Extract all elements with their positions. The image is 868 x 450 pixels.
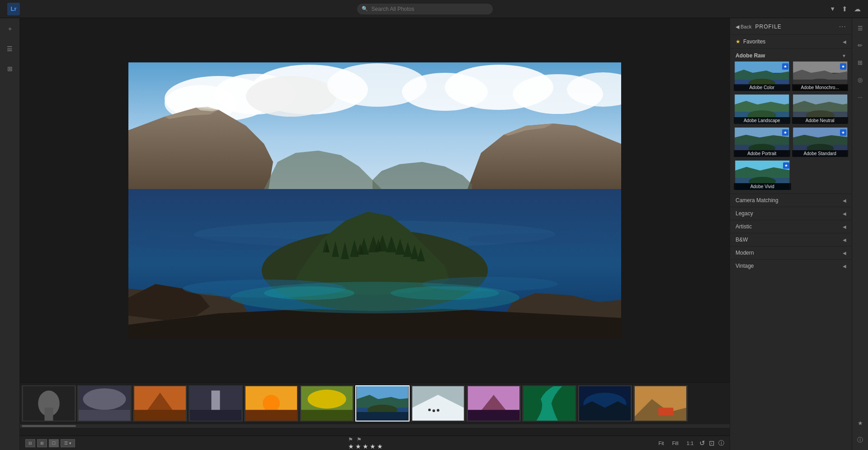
filmstrip-thumb-8[interactable]	[411, 385, 465, 422]
profile-single-row: ★ Adobe Vivid	[730, 161, 852, 194]
category-bw-arrow: ◀	[843, 237, 846, 242]
profile-card-adobe-neutral[interactable]: Adobe Neutral	[792, 95, 849, 124]
rt-dots-icon[interactable]: ···	[854, 90, 867, 103]
profile-card-adobe-vivid[interactable]: ★ Adobe Vivid	[734, 161, 791, 190]
image-area	[20, 18, 730, 382]
zoom-1to1[interactable]: 1:1	[684, 440, 696, 447]
filmstrip-thumb-5[interactable]	[244, 385, 298, 422]
category-artistic-arrow: ◀	[843, 224, 846, 229]
center-panel: ⊟ ⊞ ☐ ☰ ▾ ⚑ ⚑ ★ ★ ★ ★ ★ Fit Fill 1:1	[20, 18, 730, 450]
rt-info-icon[interactable]: ⓘ	[854, 434, 867, 446]
menu-icon[interactable]: ☰	[3, 42, 17, 56]
profile-grid-row2: Adobe Landscape Adobe Neutral	[730, 95, 852, 128]
zoom-fit[interactable]: Fit	[656, 440, 666, 447]
profile-grid-row1: ★ Adobe Color ★ Adobe Monochro...	[730, 62, 852, 95]
profile-card-adobe-portrait-star: ★	[782, 129, 788, 136]
back-button[interactable]: ◀ Back	[736, 24, 751, 30]
profile-card-adobe-standard-label: Adobe Standard	[792, 150, 849, 157]
flag-icon-2[interactable]: ⚑	[357, 436, 362, 443]
filmstrip-thumb-12[interactable]	[633, 385, 688, 422]
star-5[interactable]: ★	[377, 443, 383, 450]
star-2[interactable]: ★	[355, 443, 361, 450]
svg-point-61	[263, 395, 280, 412]
top-bar: Lr 🔍 ▼ ⬆ ☁	[0, 0, 868, 18]
svg-rect-65	[301, 410, 353, 421]
right-toolbar: ☰ ✏ ⊞ ◎ ··· ★ ⓘ	[852, 18, 868, 450]
category-modern[interactable]: Modern ◀	[730, 246, 852, 259]
main-area: ＋ ☰ ⊞	[0, 18, 868, 450]
svg-point-21	[467, 233, 603, 244]
filmstrip-thumb-2[interactable]	[77, 385, 132, 422]
profile-card-adobe-vivid-label: Adobe Vivid	[734, 183, 791, 190]
category-legacy[interactable]: Legacy ◀	[730, 207, 852, 220]
filmstrip-thumb-10[interactable]	[522, 385, 576, 422]
category-bw-label: B&W	[736, 237, 748, 243]
filter-icon[interactable]: ▼	[830, 5, 835, 12]
category-modern-arrow: ◀	[843, 251, 846, 256]
profile-card-adobe-neutral-label: Adobe Neutral	[792, 117, 849, 124]
adobe-raw-arrow[interactable]: ▼	[842, 53, 846, 58]
search-input[interactable]	[357, 4, 493, 14]
profile-card-adobe-monochrome[interactable]: ★ Adobe Monochro...	[792, 62, 849, 91]
rt-edit-icon[interactable]: ✏	[854, 39, 867, 52]
sort-btn[interactable]: ☰ ▾	[61, 439, 75, 447]
profile-card-adobe-portrait-label: Adobe Portrait	[734, 150, 790, 157]
category-vintage[interactable]: Vintage ◀	[730, 259, 852, 272]
rt-star-icon[interactable]: ★	[854, 417, 867, 429]
favorites-row: ★ Favorites ◀	[730, 35, 852, 49]
rotate-icon[interactable]: ↺	[699, 439, 705, 447]
favorites-star-icon: ★	[736, 38, 741, 45]
filmstrip-thumb-1[interactable]	[22, 385, 76, 422]
star-1[interactable]: ★	[348, 443, 354, 450]
svg-point-64	[307, 390, 346, 409]
zoom-fill[interactable]: Fill	[670, 440, 681, 447]
share-icon[interactable]: ⬆	[842, 5, 848, 13]
zoom-controls: Fit Fill 1:1 ↺ ⊡ ⓘ	[656, 439, 724, 447]
filmstrip-thumb-4[interactable]	[189, 385, 243, 422]
filmstrip-thumb-3[interactable]	[133, 385, 187, 422]
star-4[interactable]: ★	[370, 443, 376, 450]
scroll-track[interactable]	[22, 425, 76, 427]
svg-point-75	[437, 409, 439, 412]
star-3[interactable]: ★	[363, 443, 368, 450]
profile-card-adobe-portrait[interactable]: ★ Adobe Portrait	[734, 128, 790, 157]
svg-rect-53	[79, 410, 130, 421]
panel-title: PROFILE	[755, 24, 781, 30]
category-vintage-arrow: ◀	[843, 264, 846, 269]
filmstrip-thumb-9[interactable]	[467, 385, 521, 422]
filmstrip-images	[20, 383, 730, 424]
filmstrip-thumb-6[interactable]	[300, 385, 354, 422]
svg-rect-85	[658, 408, 673, 416]
flag-icon-1[interactable]: ⚑	[348, 436, 353, 443]
view-grid-medium[interactable]: ⊞	[37, 439, 47, 447]
filmstrip-thumb-11[interactable]	[578, 385, 632, 422]
view-modes: ⊟ ⊞ ☐ ☰ ▾	[25, 439, 75, 447]
view-grid-small[interactable]: ⊟	[25, 439, 35, 447]
rt-circle-icon[interactable]: ◎	[854, 73, 867, 86]
panel-options[interactable]: ···	[839, 23, 846, 31]
favorites-collapse[interactable]: ◀	[843, 39, 846, 44]
panel-header-left: ◀ Back PROFILE	[736, 24, 782, 30]
profile-card-adobe-color[interactable]: ★ Adobe Color	[734, 62, 790, 91]
cloud-icon[interactable]: ☁	[854, 5, 861, 13]
rt-grid-icon[interactable]: ⊞	[854, 56, 867, 69]
bottom-bar: ⊟ ⊞ ☐ ☰ ▾ ⚑ ⚑ ★ ★ ★ ★ ★ Fit Fill 1:1	[20, 436, 730, 450]
profile-card-adobe-landscape[interactable]: Adobe Landscape	[734, 95, 790, 124]
svg-point-47	[391, 286, 499, 300]
filmstrip-thumb-7[interactable]	[355, 385, 410, 422]
grid-icon[interactable]: ⊞	[3, 62, 17, 76]
rt-list-icon[interactable]: ☰	[854, 22, 867, 34]
compare-icon[interactable]: ⊡	[709, 439, 715, 447]
adobe-raw-title: Adobe Raw	[736, 52, 765, 59]
left-sidebar: ＋ ☰ ⊞	[0, 18, 20, 450]
category-camera-matching[interactable]: Camera Matching ◀	[730, 194, 852, 207]
info-icon[interactable]: ⓘ	[718, 439, 724, 447]
filmstrip-scrollbar	[20, 424, 730, 428]
category-camera-matching-label: Camera Matching	[736, 197, 778, 204]
profile-card-adobe-standard[interactable]: ★ Adobe Standard	[792, 128, 849, 157]
svg-point-5	[246, 76, 336, 117]
add-icon[interactable]: ＋	[3, 22, 17, 36]
category-artistic[interactable]: Artistic ◀	[730, 220, 852, 233]
view-detail[interactable]: ☐	[49, 439, 59, 447]
category-bw[interactable]: B&W ◀	[730, 233, 852, 246]
